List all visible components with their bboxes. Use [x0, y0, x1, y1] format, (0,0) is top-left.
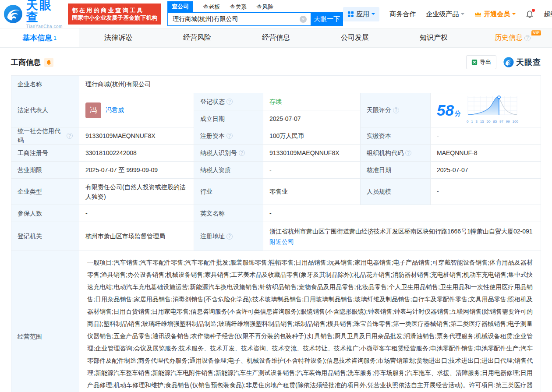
- slogan-line2: 国家中小企业发展子基金旗下机构: [72, 14, 157, 21]
- legal-rep-label: 法定代表人: [11, 93, 79, 127]
- paid-capital-value: -: [431, 127, 541, 145]
- help-icon[interactable]: [393, 107, 399, 113]
- crown-icon: [474, 11, 481, 17]
- company-nav-tabs: 基本信息1 法律诉讼 经营风险 经营信息 公司发展 知识产权 VIP 历史信息: [0, 28, 552, 48]
- help-icon[interactable]: [405, 150, 411, 156]
- tab-history-info-label: 历史信息: [495, 33, 523, 42]
- taxpayer-quality-label: 纳税人资质: [194, 162, 263, 179]
- reg-number-value: 330181002242008: [79, 145, 194, 162]
- search-tab-relation[interactable]: 查关系: [230, 3, 247, 12]
- excel-icon: [471, 59, 478, 65]
- help-icon[interactable]: [226, 233, 233, 240]
- section-title: 工商信息: [11, 57, 41, 67]
- notification-bell[interactable]: [526, 10, 534, 18]
- help-icon[interactable]: [524, 35, 531, 41]
- tab-history-info[interactable]: VIP 历史信息: [473, 28, 552, 47]
- label-text: 注册资本: [200, 131, 225, 141]
- search-tab-company[interactable]: 查公司: [167, 1, 193, 12]
- tab-intellectual-property[interactable]: 知识产权: [394, 28, 473, 47]
- tab-legal-proceedings[interactable]: 法律诉讼: [79, 28, 158, 47]
- label-text: 登记状态: [200, 97, 225, 106]
- company-type-label: 企业类型: [11, 179, 79, 205]
- export-button-label: 导出: [480, 58, 491, 66]
- industry-value: 零售业: [263, 179, 361, 205]
- menu-enterprise[interactable]: 企业级产品: [426, 10, 464, 18]
- staff-size-label: 人员规模: [361, 179, 431, 205]
- reg-address-value: 浙江省杭州市萧山区宁围街道萧山经济技术开发区桥南区块知行路1666号1幢萧山自贸…: [263, 222, 541, 251]
- tianyancha-logo-icon: [4, 4, 23, 24]
- logo-subtitle: TianYanCha.com: [26, 25, 64, 29]
- top-menu: 应用 商务合作 企业级产品 开通会员 超级风...: [343, 7, 552, 21]
- industry-label: 行业: [194, 179, 263, 205]
- help-icon[interactable]: [226, 133, 233, 139]
- reg-capital-label: 注册资本: [194, 127, 263, 145]
- reg-status-value: 存续: [263, 93, 360, 110]
- search-tab-risk[interactable]: 查风险: [256, 3, 273, 12]
- monitor-bell-button[interactable]: [44, 58, 53, 67]
- score-axis-labels: 0131550859799100: [467, 117, 518, 126]
- notification-dot: [532, 9, 535, 12]
- tab-company-development[interactable]: 公司发展: [315, 28, 394, 47]
- tianyancha-logo[interactable]: 天眼查 TianYanCha.com: [4, 0, 64, 29]
- search-input[interactable]: [167, 12, 311, 26]
- company-type-value: 有限责任公司(自然人投资或控股的法人独资): [79, 179, 194, 205]
- search-button[interactable]: 天眼一下: [311, 12, 343, 26]
- score-label: 天眼评分: [361, 93, 431, 127]
- approve-date-label: 核准日期: [361, 162, 431, 179]
- english-name-label: 英文名称: [194, 205, 263, 222]
- search-area: 查公司 查老板 查关系 查风险 天眼一下: [167, 2, 343, 26]
- business-term-value: 2025-07-07 至 9999-09-09: [79, 162, 194, 179]
- menu-user-label: 超级风...: [544, 10, 552, 18]
- chevron-down-icon: [372, 13, 375, 17]
- label-text: 组织机构代码: [367, 148, 403, 158]
- legal-rep-value: 冯 冯君威: [79, 93, 194, 127]
- search-tab-boss[interactable]: 查老板: [203, 3, 220, 12]
- top-bar: 天眼查 TianYanCha.com 都在用的商业查询工具 国家中小企业发展子基…: [0, 0, 552, 28]
- taxpayer-id-value: 91330109MAEQNNUF8X: [263, 145, 361, 162]
- clear-icon[interactable]: [300, 16, 307, 23]
- reg-capital-value: 100万人民币: [263, 127, 361, 145]
- taxpayer-id-label: 纳税人识别号: [194, 145, 263, 162]
- reg-address-text: 浙江省杭州市萧山区宁围街道萧山经济技术开发区桥南区块知行路1666号1幢萧山自贸…: [269, 226, 533, 237]
- tab-basic-info-label: 基本信息: [22, 33, 52, 43]
- tab-basic-info[interactable]: 基本信息1: [0, 28, 79, 47]
- label-text: 天眼评分: [367, 106, 391, 115]
- legal-rep-avatar[interactable]: 冯: [85, 102, 101, 118]
- tab-count: 1: [53, 35, 57, 41]
- slogan-banner: 都在用的商业查询工具 国家中小企业发展子基金旗下机构: [68, 4, 161, 25]
- company-name-value: 理行商城(杭州)有限公司: [79, 76, 541, 93]
- legal-rep-name-link[interactable]: 冯君威: [106, 106, 124, 115]
- business-scope-label: 经营范围: [11, 251, 79, 392]
- export-button[interactable]: 导出: [466, 55, 496, 69]
- score-value[interactable]: 58分 013155085979910: [431, 93, 541, 127]
- menu-cooperation[interactable]: 商务合作: [389, 10, 416, 18]
- tab-operating-risk[interactable]: 经营风险: [158, 28, 237, 47]
- org-code-value: MAEQNNUF-8: [431, 145, 541, 162]
- menu-apps-label: 应用: [356, 10, 369, 18]
- menu-enterprise-label: 企业级产品: [426, 10, 459, 18]
- tab-operating-info[interactable]: 经营信息: [237, 28, 315, 47]
- label-text: 注册地址: [200, 232, 225, 241]
- brand-name: 天眼查: [516, 57, 541, 67]
- bell-icon: [46, 59, 52, 66]
- menu-user[interactable]: 超级风...: [544, 10, 552, 18]
- chevron-down-icon: [512, 13, 516, 17]
- menu-open-vip-label: 开通会员: [484, 10, 510, 18]
- menu-apps[interactable]: 应用: [343, 7, 379, 21]
- business-term-label: 营业期限: [11, 162, 79, 179]
- menu-open-vip[interactable]: 开通会员: [474, 10, 516, 18]
- tianyancha-logo-icon: [503, 57, 514, 67]
- credit-code-label: 统一社会信用代码: [11, 127, 79, 145]
- logo-title: 天眼查: [26, 0, 64, 23]
- help-icon[interactable]: [226, 99, 233, 105]
- slogan-line1: 都在用的商业查询工具: [72, 7, 157, 14]
- taxpayer-quality-value: -: [263, 162, 361, 179]
- establish-date-value: 2025-07-07: [263, 110, 360, 127]
- help-icon[interactable]: [239, 150, 245, 156]
- help-icon[interactable]: [67, 133, 73, 139]
- business-scope-value: 一般项目:汽车销售;汽车零配件零售;汽车零配件批发;服装服饰零售;鞋帽零售;日用…: [79, 251, 541, 392]
- status-date-subtable: 登记状态 存续 成立日期 2025-07-07: [194, 93, 361, 127]
- org-code-label: 组织机构代码: [361, 145, 431, 162]
- label-text: 统一社会信用代码: [18, 127, 65, 145]
- nearby-companies-link[interactable]: 附近公司: [269, 237, 294, 247]
